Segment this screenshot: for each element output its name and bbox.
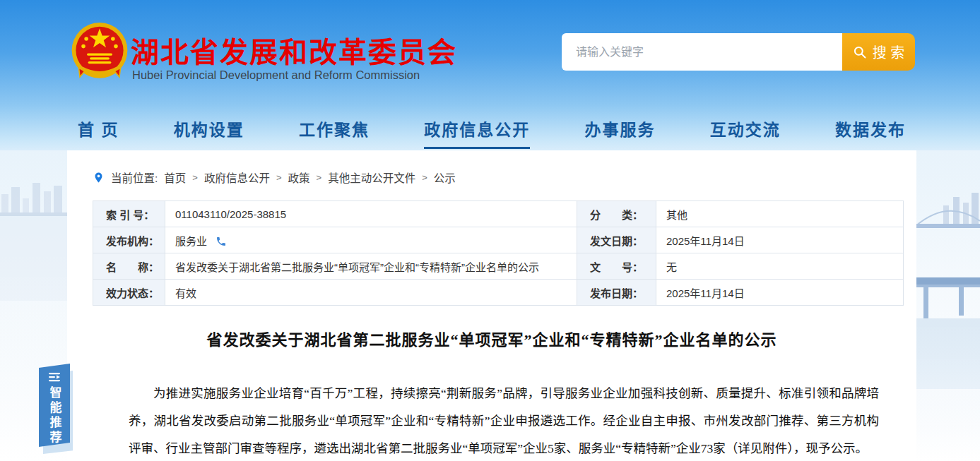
national-emblem-logo	[71, 21, 129, 82]
meta-value-issue-date: 2025年11月14日	[656, 227, 904, 253]
breadcrumb-separator: >	[317, 172, 322, 183]
smart-recommend-tab[interactable]: 智能推荐	[39, 364, 70, 450]
search-button[interactable]: 搜 索	[842, 33, 915, 71]
table-row: 名 称： 省发改委关于湖北省第二批服务业“单项冠军”企业和“专精特新”企业名单的…	[93, 253, 904, 280]
main-nav: 首 页 机构设置 工作聚焦 政府信息公开 办事服务 互动交流 数据发布	[67, 116, 916, 150]
breadcrumb-public-notice[interactable]: 公示	[434, 169, 456, 185]
breadcrumb: 当前位置: 首页 > 政府信息公开 > 政策 > 其他主动公开文件 > 公示	[93, 169, 456, 185]
breadcrumb-home[interactable]: 首页	[164, 169, 186, 185]
meta-label-publish-date: 发布日期：	[577, 280, 656, 306]
meta-value-title: 省发改委关于湖北省第二批服务业“单项冠军”企业和“专精特新”企业名单的公示	[165, 253, 577, 280]
search-button-label: 搜 索	[873, 42, 905, 62]
meta-label-title: 名 称：	[93, 253, 165, 280]
meta-value-category: 其他	[656, 201, 904, 227]
nav-item-gov-info-disclosure[interactable]: 政府信息公开	[424, 116, 530, 149]
table-row: 索 引 号： 011043110/2025-38815 分 类： 其他	[93, 201, 904, 227]
nav-item-home[interactable]: 首 页	[78, 116, 119, 147]
nav-item-services[interactable]: 办事服务	[584, 116, 655, 147]
content-panel: 当前位置: 首页 > 政府信息公开 > 政策 > 其他主动公开文件 > 公示 索…	[67, 150, 916, 461]
meta-value-doc-number: 无	[656, 253, 904, 280]
breadcrumb-other-open-files[interactable]: 其他主动公开文件	[328, 169, 415, 185]
meta-label-validity-status: 效力状态：	[93, 280, 165, 306]
search-input[interactable]	[562, 33, 842, 71]
breadcrumb-policy[interactable]: 政策	[288, 169, 310, 185]
phone-icon[interactable]	[216, 236, 227, 247]
meta-label-issue-date: 发文日期：	[577, 227, 656, 253]
meta-label-category: 分 类：	[577, 201, 656, 227]
list-arrow-icon	[48, 372, 61, 382]
nav-item-organization[interactable]: 机构设置	[174, 116, 244, 147]
search-bar: 搜 索	[562, 33, 915, 71]
site-subtitle: Hubei Provincial Development and Reform …	[132, 68, 420, 82]
location-pin-icon	[93, 172, 105, 184]
site-title: 湖北省发展和改革委员会	[131, 30, 457, 71]
breadcrumb-separator: >	[422, 172, 427, 183]
breadcrumb-separator: >	[192, 172, 198, 183]
meta-value-issuing-agency: 服务业	[165, 227, 577, 253]
smart-recommend-label: 智能推荐	[46, 386, 64, 445]
article-paragraph: 为推进实施服务业企业培育“百千万”工程，持续擦亮“荆新服务”品牌，引导服务业企业…	[129, 380, 879, 461]
nav-item-work-focus[interactable]: 工作聚焦	[299, 116, 370, 147]
table-row: 效力状态： 有效 发布日期： 2025年11月14日	[93, 280, 904, 306]
meta-label-index-number: 索 引 号：	[93, 201, 165, 227]
site-header: 湖北省发展和改革委员会 Hubei Provincial Development…	[67, 0, 916, 113]
article-title: 省发改委关于湖北省第二批服务业“单项冠军”企业和“专精特新”企业名单的公示	[67, 327, 916, 349]
meta-value-publish-date: 2025年11月14日	[656, 280, 904, 306]
breadcrumb-prefix: 当前位置:	[111, 169, 158, 185]
nav-item-data-release[interactable]: 数据发布	[835, 116, 906, 147]
document-meta-table: 索 引 号： 011043110/2025-38815 分 类： 其他 发布机构…	[93, 200, 904, 306]
breadcrumb-separator: >	[276, 172, 282, 183]
breadcrumb-gov-info[interactable]: 政府信息公开	[204, 169, 270, 185]
tab-face: 智能推荐	[39, 364, 70, 447]
meta-value-index-number: 011043110/2025-38815	[165, 201, 577, 227]
meta-value-validity-status: 有效	[165, 280, 577, 306]
table-row: 发布机构： 服务业 发文日期： 2025年11月14日	[93, 227, 904, 253]
nav-item-interaction[interactable]: 互动交流	[710, 116, 781, 147]
meta-label-doc-number: 文 号：	[577, 253, 656, 280]
search-icon	[853, 45, 867, 59]
meta-label-issuing-agency: 发布机构：	[93, 227, 165, 253]
